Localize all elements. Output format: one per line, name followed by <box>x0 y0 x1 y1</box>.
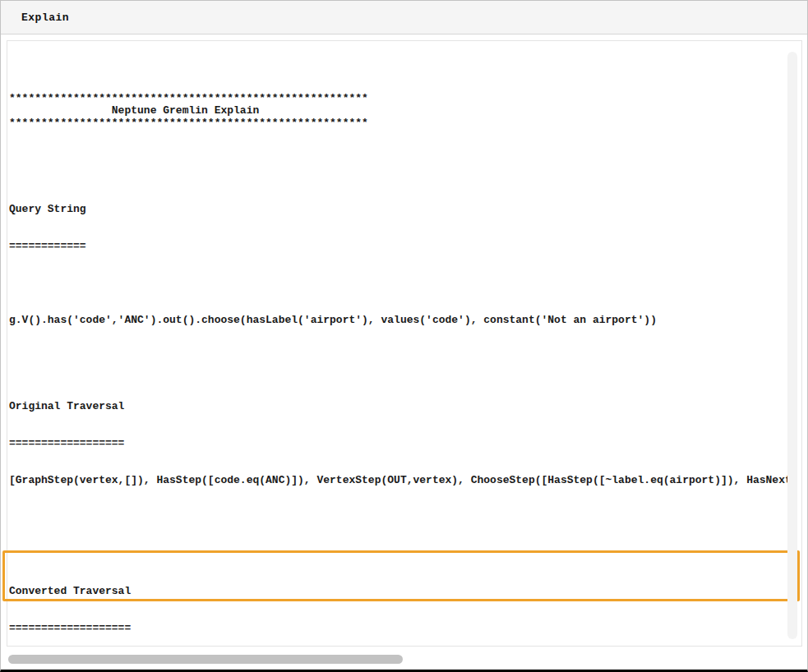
tab-explain[interactable]: Explain <box>21 12 69 24</box>
banner: ****************************************… <box>9 92 790 129</box>
converted-traversal-section: Converted Traversal =================== … <box>9 560 790 646</box>
section-heading: Original Traversal <box>9 400 790 412</box>
horizontal-scrollbar-thumb[interactable] <box>8 655 403 664</box>
section-underline: ================== <box>9 437 790 449</box>
section-underline: ============ <box>9 240 790 252</box>
explain-output-text: ****************************************… <box>9 55 790 646</box>
section-underline: =================== <box>9 622 790 634</box>
original-traversal-body: [GraphStep(vertex,[]), HasStep([code.eq(… <box>9 474 790 486</box>
section-heading: Converted Traversal <box>9 585 790 597</box>
section-heading: Query String <box>9 203 790 215</box>
query-string-section: Query String ============ <box>9 178 790 277</box>
explain-widget: Explain ********************************… <box>0 0 808 672</box>
tab-bar: Explain <box>1 1 807 35</box>
vertical-scrollbar[interactable] <box>787 52 797 639</box>
query-string-value: g.V().has('code','ANC').out().choose(has… <box>9 314 790 326</box>
explain-output-panel: ****************************************… <box>7 40 802 647</box>
original-traversal-section: Original Traversal ================== [G… <box>9 375 790 511</box>
